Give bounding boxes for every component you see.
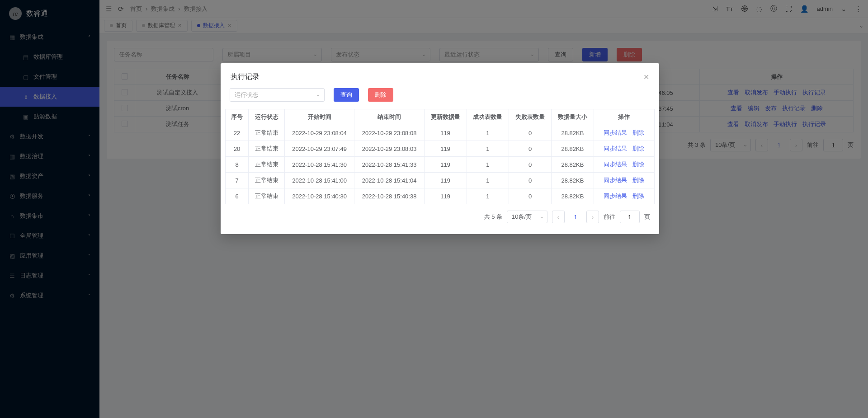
- cell-end: 2022-10-28 15:41:33: [354, 157, 425, 173]
- cell-seq: 22: [226, 125, 249, 141]
- cell-start: 2022-10-28 15:41:00: [284, 173, 354, 188]
- cell-state: 正常结束: [249, 125, 285, 141]
- cell-size: 28.82KB: [552, 141, 594, 157]
- page-suffix: 页: [644, 213, 650, 221]
- cell-size: 28.82KB: [552, 157, 594, 173]
- cell-end: 2022-10-28 15:41:04: [354, 173, 425, 188]
- cell-state: 正常结束: [249, 188, 285, 204]
- goto-label: 前往: [604, 213, 615, 221]
- table-row: 22 正常结束 2022-10-29 23:08:04 2022-10-29 2…: [226, 125, 655, 141]
- cell-fail: 0: [509, 188, 552, 204]
- col-start: 开始时间: [284, 109, 354, 125]
- sync-result-action[interactable]: 同步结果: [604, 193, 627, 199]
- col-state: 运行状态: [249, 109, 285, 125]
- cell-succ: 1: [467, 125, 509, 141]
- cell-size: 28.82KB: [552, 125, 594, 141]
- execution-record-modal: 执行记录 ✕ 运行状态 查询 删除 序号 运行状态 开始时间 结束时间 更新数据…: [221, 63, 659, 234]
- page-number[interactable]: 1: [569, 214, 582, 221]
- cell-update: 119: [424, 173, 467, 188]
- cell-ops: 同步结果删除: [594, 173, 654, 188]
- col-ops: 操作: [594, 109, 654, 125]
- cell-succ: 1: [467, 157, 509, 173]
- delete-action[interactable]: 删除: [632, 161, 644, 168]
- modal-delete-button[interactable]: 删除: [368, 88, 393, 102]
- cell-size: 28.82KB: [552, 173, 594, 188]
- cell-start: 2022-10-29 23:07:49: [284, 141, 354, 157]
- cell-size: 28.82KB: [552, 188, 594, 204]
- cell-seq: 7: [226, 173, 249, 188]
- cell-start: 2022-10-28 15:41:30: [284, 157, 354, 173]
- delete-action[interactable]: 删除: [632, 129, 644, 136]
- delete-action[interactable]: 删除: [632, 177, 644, 183]
- table-row: 20 正常结束 2022-10-29 23:07:49 2022-10-29 2…: [226, 141, 655, 157]
- cell-ops: 同步结果删除: [594, 157, 654, 173]
- cell-succ: 1: [467, 173, 509, 188]
- delete-action[interactable]: 删除: [632, 193, 644, 199]
- cell-ops: 同步结果删除: [594, 188, 654, 204]
- cell-update: 119: [424, 188, 467, 204]
- delete-action[interactable]: 删除: [632, 145, 644, 152]
- modal-query-button[interactable]: 查询: [334, 88, 359, 102]
- cell-end: 2022-10-29 23:08:08: [354, 125, 425, 141]
- table-row: 6 正常结束 2022-10-28 15:40:30 2022-10-28 15…: [226, 188, 655, 204]
- cell-fail: 0: [509, 157, 552, 173]
- pagesize-label: 10条/页: [512, 213, 532, 221]
- sync-result-action[interactable]: 同步结果: [604, 177, 627, 183]
- close-icon[interactable]: ✕: [643, 73, 649, 81]
- cell-end: 2022-10-28 15:40:38: [354, 188, 425, 204]
- cell-state: 正常结束: [249, 173, 285, 188]
- cell-succ: 1: [467, 188, 509, 204]
- cell-seq: 6: [226, 188, 249, 204]
- pager-total: 共 5 条: [484, 213, 502, 221]
- table-row: 7 正常结束 2022-10-28 15:41:00 2022-10-28 15…: [226, 173, 655, 188]
- cell-state: 正常结束: [249, 141, 285, 157]
- cell-fail: 0: [509, 141, 552, 157]
- col-seq: 序号: [226, 109, 249, 125]
- col-size: 数据量大小: [552, 109, 594, 125]
- modal-run-state-select[interactable]: 运行状态: [230, 88, 325, 102]
- table-row: 8 正常结束 2022-10-28 15:41:30 2022-10-28 15…: [226, 157, 655, 173]
- cell-update: 119: [424, 125, 467, 141]
- execution-record-table: 序号 运行状态 开始时间 结束时间 更新数据量 成功表数量 失败表数量 数据量大…: [225, 109, 655, 204]
- cell-ops: 同步结果删除: [594, 141, 654, 157]
- sync-result-action[interactable]: 同步结果: [604, 161, 627, 168]
- cell-fail: 0: [509, 125, 552, 141]
- pagesize-select[interactable]: 10条/页: [507, 211, 547, 223]
- placeholder: 运行状态: [235, 91, 258, 99]
- prev-page-button[interactable]: ‹: [552, 211, 565, 223]
- modal-title: 执行记录: [231, 72, 259, 82]
- sync-result-action[interactable]: 同步结果: [604, 129, 627, 136]
- modal-pagination: 共 5 条 10条/页 ‹ 1 › 前往 页: [225, 211, 655, 223]
- next-page-button[interactable]: ›: [586, 211, 599, 223]
- cell-seq: 8: [226, 157, 249, 173]
- cell-ops: 同步结果删除: [594, 125, 654, 141]
- sync-result-action[interactable]: 同步结果: [604, 145, 627, 152]
- cell-start: 2022-10-28 15:40:30: [284, 188, 354, 204]
- cell-state: 正常结束: [249, 157, 285, 173]
- cell-succ: 1: [467, 141, 509, 157]
- cell-update: 119: [424, 141, 467, 157]
- cell-end: 2022-10-29 23:08:03: [354, 141, 425, 157]
- col-fail: 失败表数量: [509, 109, 552, 125]
- col-succ: 成功表数量: [467, 109, 509, 125]
- col-update: 更新数据量: [424, 109, 467, 125]
- cell-fail: 0: [509, 173, 552, 188]
- cell-update: 119: [424, 157, 467, 173]
- col-end: 结束时间: [354, 109, 425, 125]
- cell-seq: 20: [226, 141, 249, 157]
- goto-page-input[interactable]: [620, 211, 640, 223]
- cell-start: 2022-10-29 23:08:04: [284, 125, 354, 141]
